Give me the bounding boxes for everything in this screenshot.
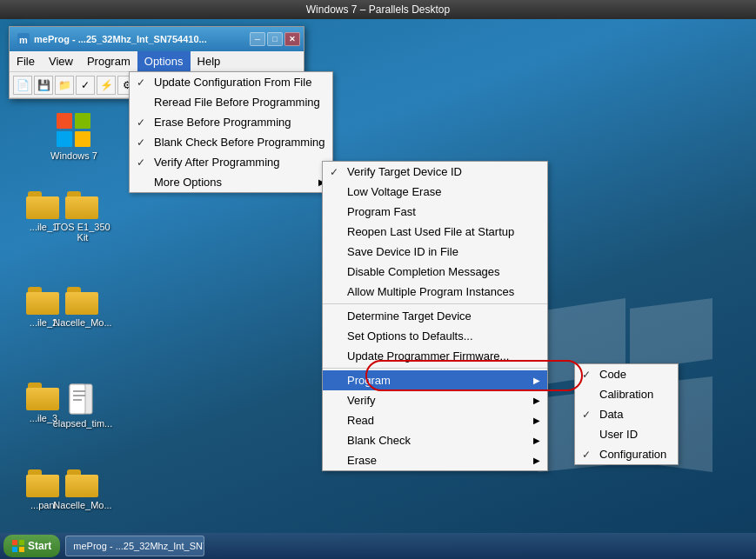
file-icon-elapsed [66,383,99,416]
check-data [582,409,596,421]
separator-2 [323,368,547,369]
menu-user-id[interactable]: User ID [575,424,678,444]
menu-save-device-id[interactable]: Save Device ID in File [323,242,547,262]
menu-verify-sub-label: Verify [347,394,376,407]
menu-allow-multiple[interactable]: Allow Multiple Program Instances [323,282,547,302]
menu-disable-completion[interactable]: Disable Completion Messages [323,262,547,282]
menu-program-fast[interactable]: Program Fast [323,202,547,222]
blank-check-arrow: ▶ [533,436,540,445]
check-code [582,369,596,381]
menu-code[interactable]: Code [575,364,678,384]
window-controls: ─ □ ✕ [250,32,300,46]
separator-1 [323,303,547,304]
menu-verify-submenu[interactable]: Verify ▶ [323,390,547,410]
menu-calibration[interactable]: Calibration [575,384,678,404]
menu-program[interactable]: Program [80,51,137,71]
menu-update-config-label: Update Configuration From File [154,76,311,89]
parallels-titlebar: Windows 7 – Parallels Desktop [0,0,756,19]
svg-rect-11 [12,540,17,545]
start-windows-icon [12,540,24,552]
parallels-title: Windows 7 – Parallels Desktop [306,3,450,16]
menu-set-defaults[interactable]: Set Options to Defaults... [323,326,547,346]
svg-rect-2 [57,131,72,147]
verify-arrow: ▶ [533,396,540,405]
program-submenu: Code Calibration Data User ID Configurat… [574,363,679,465]
desktop-icon-tos[interactable]: TOS E1_350 Kit [52,191,113,243]
svg-rect-3 [75,131,90,147]
minimize-button[interactable]: ─ [250,32,265,46]
menu-reread-file[interactable]: Reread File Before Programming [130,92,332,112]
program-arrow: ▶ [533,376,540,385]
menu-update-firmware[interactable]: Update Programmer Firmware... [323,346,547,366]
menu-view[interactable]: View [42,51,80,71]
menu-more-options[interactable]: More Options ▶ [130,172,332,192]
menu-options[interactable]: Options [137,51,191,71]
menu-configuration-label: Configuration [599,448,666,461]
options-dropdown: Update Configuration From File Reread Fi… [129,71,333,193]
check-update-config [137,77,151,89]
taskbar-app-task[interactable]: meProg - ...25_32Mhz_Int_SN754410... [65,536,204,556]
menu-reopen-last[interactable]: Reopen Last Used File at Startup [323,222,547,242]
toolbar-check[interactable]: ✓ [76,76,95,95]
menu-blank-check[interactable]: Blank Check Before Programming [130,132,332,152]
check-verify-after [137,156,151,169]
menu-program-sub-label: Program [347,374,391,387]
close-button[interactable]: ✕ [284,32,300,46]
toolbar-new[interactable]: 📄 [13,76,32,95]
taskbar-app-label: meProg - ...25_32Mhz_Int_SN754410... [73,541,204,551]
toolbar-save[interactable]: 💾 [34,76,53,95]
menu-verify-after[interactable]: Verify After Programming [130,152,332,172]
check-configuration [582,449,596,461]
menu-configuration[interactable]: Configuration [575,444,678,464]
toolbar-program[interactable]: ⚡ [97,76,116,95]
svg-rect-14 [19,547,24,552]
check-erase-before [137,116,151,129]
menu-determine-target[interactable]: Determine Target Device [323,306,547,326]
desktop-icon-nacelle2[interactable]: Nacelle_Mo... [52,469,113,510]
check-blank-check [137,136,151,149]
app-icon: m [17,32,30,46]
desktop-icon-tos-label: TOS E1_350 Kit [52,222,113,243]
svg-rect-5 [70,384,85,414]
app-title: meProg - ...25_32Mhz_Int_SN754410... [34,34,250,44]
menu-set-defaults-label: Set Options to Defaults... [347,329,473,343]
menu-verify-after-label: Verify After Programming [154,156,280,169]
menu-verify-target-id[interactable]: Verify Target Device ID [323,162,547,182]
menu-low-voltage-label: Low Voltage Erase [347,185,441,198]
menu-low-voltage[interactable]: Low Voltage Erase [323,182,547,202]
menu-file[interactable]: File [10,51,42,71]
menu-disable-completion-label: Disable Completion Messages [347,265,500,278]
menu-program-submenu[interactable]: Program ▶ [323,370,547,390]
menu-update-config[interactable]: Update Configuration From File [130,72,332,92]
menu-erase-before[interactable]: Erase Before Programming [130,112,332,132]
menu-read-sub-label: Read [347,414,374,427]
menu-blank-check-submenu[interactable]: Blank Check ▶ [323,430,547,450]
maximize-button[interactable]: □ [267,32,283,46]
desktop-icon-nacelle1[interactable]: Nacelle_Mo... [52,287,113,328]
menu-reread-file-label: Reread File Before Programming [154,96,320,109]
start-button[interactable]: Start [3,535,60,557]
menu-data-label: Data [599,408,623,421]
menu-program-fast-label: Program Fast [347,205,416,218]
svg-rect-1 [75,113,90,129]
read-arrow: ▶ [533,416,540,425]
desktop-icon-elapsed-label: elapsed_tim... [53,418,112,429]
desktop: Windows 7 – Parallels Desktop ...ion... … [0,0,756,559]
menu-read-submenu[interactable]: Read ▶ [323,410,547,430]
start-label: Start [28,540,51,552]
windows7-icon [57,113,91,148]
menu-blank-check-label: Blank Check Before Programming [154,136,325,149]
menu-user-id-label: User ID [599,428,638,441]
desktop-icon-windows7-label: Windows 7 [50,150,97,161]
menu-determine-target-label: Determine Target Device [347,309,472,323]
desktop-icon-elapsed[interactable]: elapsed_tim... [52,383,113,429]
menu-help[interactable]: Help [191,51,228,71]
svg-rect-12 [19,540,24,545]
toolbar-open[interactable]: 📁 [55,76,74,95]
menu-save-device-id-label: Save Device ID in File [347,245,458,258]
menu-erase-submenu[interactable]: Erase ▶ [323,450,547,470]
desktop-icon-windows7[interactable]: Windows 7 [43,113,104,161]
app-titlebar: m meProg - ...25_32Mhz_Int_SN754410... ─… [10,27,304,51]
menu-data[interactable]: Data [575,404,678,424]
menu-calibration-label: Calibration [599,388,653,401]
